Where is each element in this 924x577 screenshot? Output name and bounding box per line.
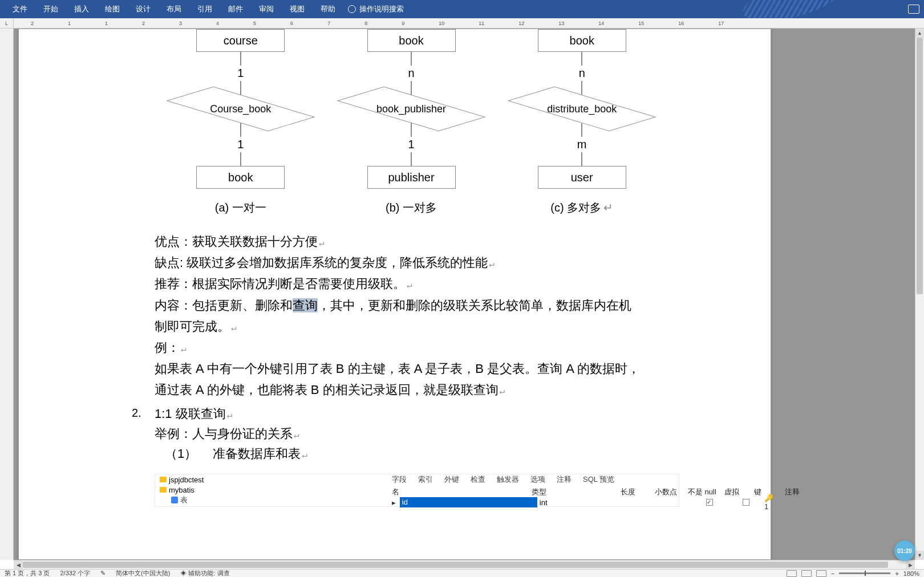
db-tree: jspjdbctest mybatis 表 — [155, 474, 244, 507]
list-number: （1） — [165, 446, 197, 461]
cardinality: 1 — [408, 138, 414, 151]
entity-box: book — [367, 29, 456, 52]
numbered-list[interactable]: 2. 1:1 级联查询↵ 举例：人与身份证的关系↵ （1）准备数据库和表↵ — [155, 404, 668, 464]
tab-view[interactable]: 视图 — [282, 0, 313, 18]
scroll-track[interactable] — [23, 560, 906, 569]
vertical-scrollbar[interactable]: ▲ ▼ — [915, 29, 924, 560]
tab-design[interactable]: 设计 — [128, 0, 159, 18]
checkbox-icon — [743, 499, 749, 506]
tab-draw[interactable]: 绘图 — [97, 0, 128, 18]
er-diagram-c: book n distribute_book m user (c) 多对多↵ — [501, 29, 662, 216]
list-item: 准备数据库和表 — [213, 446, 301, 461]
scroll-down-button[interactable]: ▼ — [915, 551, 924, 560]
tell-me-search[interactable]: 操作说明搜索 — [348, 4, 404, 14]
text-line: 优点：获取关联数据十分方便 — [155, 234, 318, 249]
er-diagram-a: course 1 Course_book 1 book (a) 一对一 — [160, 29, 321, 216]
er-diagram-row: course 1 Course_book 1 book (a) 一对一 book… — [155, 29, 668, 216]
diagram-caption: (b) 一对多 — [386, 200, 437, 216]
ruler-tabstop[interactable]: L — [0, 18, 14, 29]
scroll-up-button[interactable]: ▲ — [915, 29, 924, 38]
zoom-slider[interactable] — [839, 572, 890, 574]
tab-help[interactable]: 帮助 — [313, 0, 343, 18]
row-arrow-icon: ▸ — [392, 498, 400, 507]
scroll-left-button[interactable]: ◀ — [14, 560, 23, 569]
zoom-out-button[interactable]: − — [831, 570, 834, 577]
scroll-thumb[interactable] — [23, 562, 888, 568]
zoom-in-button[interactable]: + — [895, 570, 898, 577]
selected-text[interactable]: 查询 — [293, 298, 318, 312]
recording-timer-badge[interactable]: 01:28 — [894, 541, 915, 561]
text-line: 推荐：根据实际情况判断是否需要使用级联。 — [155, 277, 406, 291]
entity-box: user — [538, 166, 626, 189]
column-headers: 名类型长度小数点不是 null虚拟键注释 — [392, 487, 813, 497]
document-page[interactable]: course 1 Course_book 1 book (a) 一对一 book… — [18, 29, 771, 560]
tab-review[interactable]: 审阅 — [251, 0, 282, 18]
page-count[interactable]: 第 1 页，共 3 页 — [5, 569, 50, 577]
text-line: 例： — [155, 340, 180, 355]
paragraph-mark: ↵ — [603, 201, 613, 214]
text-line: 缺点: 级联过多会增加数据库系统的复杂度，降低系统的性能 — [155, 255, 488, 270]
relationship-diamond: book_publisher — [360, 95, 463, 123]
list-number: 2. — [132, 404, 141, 422]
entity-box: course — [196, 29, 285, 52]
cardinality: 1 — [237, 138, 244, 151]
accessibility-status[interactable]: ◈ 辅助功能: 调查 — [180, 569, 229, 577]
list-item: 举例：人与身份证的关系 — [155, 426, 293, 441]
tab-file[interactable]: 文件 — [5, 0, 35, 18]
database-icon — [160, 487, 167, 493]
zoom-level[interactable]: 180% — [903, 570, 919, 577]
text-line: 内容：包括更新、删除和 — [155, 298, 293, 312]
key-icon: 🔑1 — [764, 494, 777, 511]
relationship-diamond: Course_book — [189, 95, 292, 123]
embedded-screenshot: jspjdbctest mybatis 表 字段索引外键检查触发器选项注释SQL… — [155, 474, 679, 507]
read-mode-button[interactable] — [787, 570, 797, 577]
tab-references[interactable]: 引用 — [189, 0, 220, 18]
text-line: ，其中，更新和删除的级联关系比较简单，数据库内在机 — [318, 298, 631, 312]
tell-me-label: 操作说明搜索 — [359, 4, 404, 14]
text-line: 如果表 A 中有一个外键引用了表 B 的主键，表 A 是子表，B 是父表。查询 … — [155, 361, 640, 376]
ribbon-tabs: 文件 开始 插入 绘图 设计 布局 引用 邮件 审阅 视图 帮助 操作说明搜索 — [0, 0, 924, 18]
document-viewport: course 1 Course_book 1 book (a) 一对一 book… — [14, 29, 915, 560]
scroll-thumb[interactable] — [917, 38, 923, 294]
status-bar: 第 1 页，共 3 页 2/332 个字 ✎ 简体中文(中国大陆) ◈ 辅助功能… — [0, 569, 924, 577]
tab-mailings[interactable]: 邮件 — [220, 0, 251, 18]
cardinality: n — [408, 67, 414, 80]
table-designer-tabs: 字段索引外键检查触发器选项注释SQL 预览 — [392, 474, 614, 485]
er-diagram-b: book n book_publisher 1 publisher (b) 一对… — [331, 29, 492, 216]
horizontal-ruler[interactable]: L 211234567891011121314151617 — [0, 18, 924, 29]
table-row-selected: ▸ id int 🔑1 — [392, 497, 777, 507]
text-line: 通过表 A 的外键，也能将表 B 的相关记录返回，就是级联查询 — [155, 383, 499, 397]
spell-check-icon[interactable]: ✎ — [100, 570, 106, 577]
language-status[interactable]: 简体中文(中国大陆) — [116, 569, 170, 577]
web-layout-button[interactable] — [816, 570, 826, 577]
database-icon — [160, 477, 167, 482]
cardinality: m — [577, 138, 587, 151]
entity-box: book — [196, 166, 285, 189]
tab-layout[interactable]: 布局 — [159, 0, 189, 18]
scroll-right-button[interactable]: ▶ — [906, 560, 915, 569]
diagram-caption: (a) 一对一 — [215, 200, 266, 216]
horizontal-scrollbar[interactable]: ◀ ▶ — [14, 560, 915, 569]
entity-box: book — [538, 29, 626, 52]
cardinality: 1 — [237, 67, 244, 80]
checkbox-checked-icon — [706, 499, 713, 506]
vertical-ruler[interactable] — [0, 29, 14, 560]
diagram-caption: (c) 多对多↵ — [550, 200, 613, 216]
print-layout-button[interactable] — [801, 570, 812, 577]
scroll-track[interactable] — [915, 38, 924, 551]
list-item: 1:1 级联查询 — [155, 407, 226, 421]
entity-box: publisher — [367, 166, 456, 189]
body-text[interactable]: 优点：获取关联数据十分方便↵ 缺点: 级联过多会增加数据库系统的复杂度，降低系统… — [155, 231, 668, 400]
table-icon — [171, 497, 178, 503]
lightbulb-icon — [348, 5, 356, 13]
comments-icon[interactable] — [908, 5, 919, 14]
text-line: 制即可完成。 — [155, 319, 230, 334]
word-count[interactable]: 2/332 个字 — [60, 569, 90, 577]
relationship-diamond: distribute_book — [530, 95, 633, 123]
tab-insert[interactable]: 插入 — [66, 0, 97, 18]
cardinality: n — [579, 67, 585, 80]
tab-home[interactable]: 开始 — [35, 0, 66, 18]
